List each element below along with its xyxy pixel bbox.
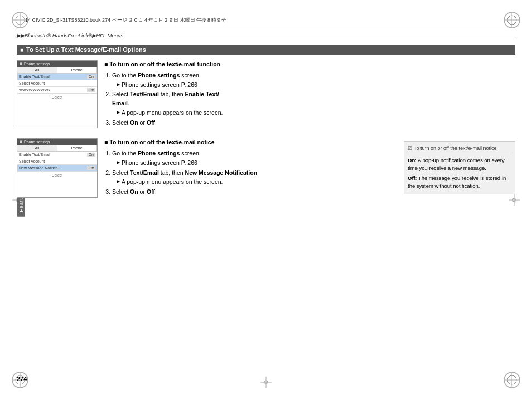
step-2-3: Select On or Off. <box>112 188 395 197</box>
row1-value-2: On <box>87 153 95 157</box>
row2-label-2: Select Account <box>19 159 95 163</box>
right-col-spacer <box>404 60 515 141</box>
page-number: 274 <box>17 375 27 382</box>
screen-row-1-1: Enable Text/Email On <box>17 74 97 80</box>
tab-all-2: All <box>17 145 57 151</box>
steps-1: Go to the Phone settings screen. Phone s… <box>104 71 395 128</box>
crosshair-bottom <box>260 377 272 388</box>
sub-section-2: Phone settings All Phone Enable Text/Ema… <box>17 138 395 198</box>
two-column-layout: Phone settings All Phone Enable Text/Ema… <box>17 60 515 208</box>
header-divider <box>17 40 515 40</box>
step-1-3: Select On or Off. <box>112 119 395 128</box>
row3-label-2: New Message Notifica... <box>19 166 87 170</box>
screen-row-2-2: Select Account <box>17 158 97 165</box>
section-title: To Set Up a Text Message/E-mail Options <box>17 45 515 55</box>
step1-2-arrow: Phone settings screen P. 266 <box>112 159 395 168</box>
step1-1-arrow-text: Phone settings screen P. 266 <box>122 81 197 90</box>
breadcrumb-area: ▶▶Bluetooth® HandsFreeLink®▶HFL Menus <box>17 32 515 40</box>
row3-value-1: Off <box>87 88 95 92</box>
steps-2: Go to the Phone settings screen. Phone s… <box>104 149 395 197</box>
row2-label-1: Select Account <box>19 81 95 85</box>
tab-phone-2: Phone <box>57 145 97 151</box>
phone-screen-2: Phone settings All Phone Enable Text/Ema… <box>17 138 98 198</box>
note-off-text: Off: The message you receive is stored i… <box>408 174 511 191</box>
step1-2-arrow-text: Phone settings screen P. 266 <box>122 159 197 168</box>
step2-1-arrow: A pop-up menu appears on the screen. <box>112 109 395 118</box>
top-border <box>17 31 515 31</box>
left-column: Phone settings All Phone Enable Text/Ema… <box>17 60 395 208</box>
sub-section-1: Phone settings All Phone Enable Text/Ema… <box>17 60 395 128</box>
row3-value-2: Off <box>87 166 95 170</box>
screen-row-2-1: Enable Text/Email On <box>17 152 97 158</box>
step-2-1: Go to the Phone settings screen. Phone s… <box>112 149 395 168</box>
step2-1-arrow-text: A pop-up menu appears on the screen. <box>122 109 223 118</box>
screen-row-2-3: New Message Notifica... Off <box>17 165 97 172</box>
note-box-title: To turn on or off the text/e-mail notice <box>408 145 511 154</box>
screen-dot <box>20 62 22 65</box>
instruction-text-2: ■ To turn on or off the text/e-mail noti… <box>104 138 395 198</box>
screen-row-1-2: Select Account <box>17 80 97 87</box>
phone-screen-1-title: Phone settings <box>24 62 50 66</box>
row1-label-2: Enable Text/Email <box>19 153 87 157</box>
row3-label-1: xxxxxxxxxxxxxxxx <box>19 88 87 92</box>
book-header: 14 CIVIC 2D_SI-31TS86210.book 274 ページ ２０… <box>25 17 507 24</box>
screen-footer-1: Select <box>17 94 97 100</box>
phone-screen-2-title: Phone settings <box>24 140 50 144</box>
step-2-2: Select Text/Email tab, then New Message … <box>112 169 395 187</box>
breadcrumb: ▶▶Bluetooth® HandsFreeLink®▶HFL Menus <box>17 32 515 38</box>
phone-screen-2-tabs: All Phone <box>17 145 97 152</box>
tab-all-1: All <box>17 67 57 73</box>
note-box: To turn on or off the text/e-mail notice… <box>404 141 515 194</box>
phone-screen-2-header: Phone settings <box>17 139 97 145</box>
step-1-2: Select Text/Email tab, then Enable Text/… <box>112 90 395 117</box>
screen-footer-2: Select <box>17 172 97 178</box>
screen-row-1-3: xxxxxxxxxxxxxxxx Off <box>17 87 97 94</box>
right-column: To turn on or off the text/e-mail notice… <box>404 60 515 208</box>
step-1-1: Go to the Phone settings screen. Phone s… <box>112 71 395 90</box>
row1-label-1: Enable Text/Email <box>19 75 87 79</box>
sub-heading-2: ■ To turn on or off the text/e-mail noti… <box>104 138 395 147</box>
tab-phone-1: Phone <box>57 67 97 73</box>
phone-screen-1-header: Phone settings <box>17 61 97 67</box>
note-on-text: On: A pop-up notification comes on every… <box>408 157 511 173</box>
main-content: To Set Up a Text Message/E-mail Options … <box>17 45 515 367</box>
sub-heading-1: ■ To turn on or off the text/e-mail func… <box>104 60 395 69</box>
screen-dot-2 <box>20 140 22 143</box>
step2-2-arrow-text: A pop-up menu appears on the screen. <box>122 178 223 187</box>
row1-value-1: On <box>87 75 95 79</box>
step1-1-arrow: Phone settings screen P. 266 <box>112 81 395 90</box>
corner-decoration-br <box>502 370 522 390</box>
phone-screen-1: Phone settings All Phone Enable Text/Ema… <box>17 60 98 128</box>
instruction-text-1: ■ To turn on or off the text/e-mail func… <box>104 60 395 128</box>
step2-2-arrow: A pop-up menu appears on the screen. <box>112 178 395 187</box>
phone-screen-1-tabs: All Phone <box>17 67 97 74</box>
